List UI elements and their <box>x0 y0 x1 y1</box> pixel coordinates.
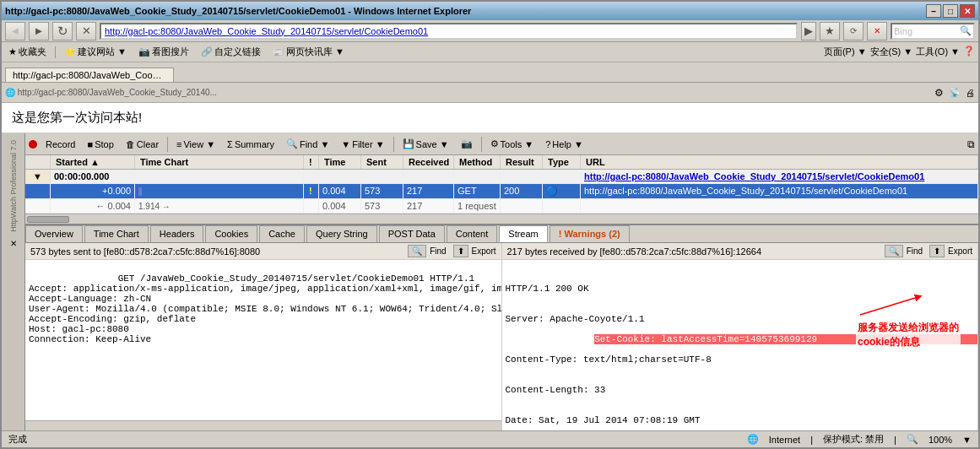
col-header-type[interactable]: Type <box>543 155 581 169</box>
back-button[interactable]: ◄ <box>5 22 25 41</box>
search-box[interactable]: Bing 🔍 <box>891 23 975 40</box>
close-button[interactable]: ✕ <box>960 4 975 18</box>
address-bar[interactable]: http://gacl-pc:8080/JavaWeb_Cookie_Study… <box>100 23 798 40</box>
col-header-result[interactable]: Result <box>501 155 543 169</box>
help-icon[interactable]: ❓ <box>963 46 975 58</box>
annotation-container: 服务器发送给浏览器的cookie的信息 <box>856 294 961 351</box>
stop-button[interactable]: ■ Stop <box>82 138 118 151</box>
request-find-label: Find <box>430 246 446 256</box>
tab-warnings[interactable]: ! Warnings (2) <box>550 225 630 242</box>
zoom-dropdown[interactable]: ▼ <box>962 435 972 445</box>
tab-stream[interactable]: Stream <box>499 225 547 242</box>
ie-page: 这是您第一次访问本站! <box>2 103 978 133</box>
tab-cookies[interactable]: Cookies <box>205 225 257 242</box>
fav-item-2[interactable]: 📷 看图搜片 <box>135 46 192 58</box>
tab-overview[interactable]: Overview <box>25 225 83 242</box>
row-excl-1: ! <box>304 184 319 198</box>
table-row-1[interactable]: +0.000 ! 0.004 573 217 GET 200 🔵 http://… <box>25 184 978 199</box>
table-row-group[interactable]: ▼ 00:00:00.000 http://gacl-pc:8080/JavaW… <box>25 170 978 184</box>
request-find-button[interactable]: 🔍 <box>408 245 426 257</box>
maximize-button[interactable]: □ <box>943 4 958 18</box>
tab-querystring[interactable]: Query String <box>306 225 377 242</box>
security-menu[interactable]: 安全(S) ▼ <box>870 46 913 58</box>
fav-item-4[interactable]: 📰 网页快讯库 ▼ <box>269 46 348 58</box>
find-button[interactable]: 🔍 Find ▼ <box>281 137 334 151</box>
col-header-chart[interactable]: Time Chart <box>135 155 304 169</box>
save-button[interactable]: 💾 Save ▼ <box>398 137 454 151</box>
tools-button[interactable]: ⚙ Tools ▼ <box>485 137 539 151</box>
request-content: GET /JavaWeb_Cookie_Study_20140715/servl… <box>29 273 501 344</box>
forward-button[interactable]: ► <box>29 22 49 41</box>
col-header-received[interactable]: Received <box>403 155 454 169</box>
expand-icon[interactable]: ⧉ <box>967 138 975 150</box>
toolbar-right: ⧉ <box>967 138 975 150</box>
response-find-label: Find <box>907 246 923 256</box>
tab-timechart[interactable]: Time Chart <box>84 225 149 242</box>
row-time-sum: 0.004 <box>319 199 361 213</box>
browser-tab[interactable]: http://gacl-pc:8080/JavaWeb_Cookie_Study… <box>5 68 174 82</box>
request-panel: 573 bytes sent to [fe80::d578:2ca7:c5fc:… <box>25 243 502 430</box>
response-export-label: Export <box>948 246 972 256</box>
row-url-group[interactable]: http://gacl-pc:8080/JavaWeb_Cookie_Study… <box>581 170 978 183</box>
filter-button[interactable]: ▼ Filter ▼ <box>336 138 389 151</box>
stop-btn2[interactable]: ✕ <box>867 22 887 41</box>
response-panel: 217 bytes received by [fe80::d578:2ca7:c… <box>502 243 979 430</box>
fiddler-panel: HttpWatch Professional 7.0 ✕ Record ■ St… <box>2 133 978 430</box>
filter-icon: ▼ <box>341 139 350 149</box>
tools-label: Tools ▼ <box>501 139 534 149</box>
fav-icon-4: 📰 <box>273 46 284 57</box>
help-icon: ? <box>545 139 550 149</box>
tab-cache[interactable]: Cache <box>259 225 305 242</box>
request-scrollbar-h[interactable] <box>25 420 501 430</box>
tab-postdata[interactable]: POST Data <box>379 225 445 242</box>
col-header-url[interactable]: URL <box>581 155 978 169</box>
fiddler-version-label: HttpWatch Professional 7.0 <box>8 137 19 235</box>
col-header-method[interactable]: Method <box>454 155 501 169</box>
go-button[interactable]: ▶ <box>801 22 816 41</box>
tab-content[interactable]: Content <box>447 225 498 242</box>
toolbar-sep-2 <box>393 137 394 152</box>
response-body: HTTP/1.1 200 OK Server: Apache-Coyote/1.… <box>502 260 978 430</box>
rss-icon: 📡 <box>949 87 961 98</box>
favorites-button[interactable]: ★ 收藏夹 <box>5 46 50 58</box>
row-url-sum <box>581 199 978 213</box>
fav-item-3[interactable]: 🔗 自定义链接 <box>198 46 264 58</box>
scrollbar-thumb[interactable] <box>27 216 69 223</box>
refresh-btn2[interactable]: ⟳ <box>843 22 864 41</box>
row-started-1: +0.000 <box>51 184 135 198</box>
fav-item-1[interactable]: ⭐ 建议网站 ▼ <box>61 46 130 58</box>
col-header-excl[interactable]: ! <box>304 155 319 169</box>
tab-headers[interactable]: Headers <box>150 225 204 242</box>
summary-icon: Σ <box>227 139 233 149</box>
find-label: Find ▼ <box>300 139 329 149</box>
col-header-sent[interactable]: Sent <box>361 155 403 169</box>
summary-button[interactable]: Σ Summary <box>222 138 279 151</box>
col-header-time[interactable]: Time <box>319 155 361 169</box>
minimize-button[interactable]: – <box>926 4 941 18</box>
tools-menu[interactable]: 工具(O) ▼ <box>916 46 960 58</box>
row-sent-1: 573 <box>361 184 403 198</box>
help-button[interactable]: ? Help ▼ <box>540 138 588 151</box>
request-export-button[interactable]: ⬆ <box>453 245 468 257</box>
chart-arrow: 1.914 → <box>138 202 171 211</box>
search-icon[interactable]: 🔍 <box>960 25 972 36</box>
table-row-summary: ← 0.004 1.914 → 0.004 573 217 1 request <box>25 199 978 214</box>
col-header-started[interactable]: Started ▲ <box>51 155 135 169</box>
screenshot-button[interactable]: 📷 <box>456 137 478 151</box>
page-text: 这是您第一次访问本站! <box>12 110 142 124</box>
favorites-star[interactable]: ★ <box>820 22 840 41</box>
address-text: http://gacl-pc:8080/JavaWeb_Cookie_Study… <box>105 26 428 36</box>
stop-button[interactable]: ✕ <box>76 22 96 41</box>
col-header-num <box>25 155 51 169</box>
row-expand-icon[interactable]: ▼ <box>25 170 51 183</box>
tab-headers-label: Headers <box>160 229 195 239</box>
response-find-button[interactable]: 🔍 <box>885 245 903 257</box>
table-scrollbar-h[interactable] <box>25 214 978 224</box>
refresh-button[interactable]: ↻ <box>52 22 73 41</box>
response-export-button[interactable]: ⬆ <box>929 245 945 257</box>
clear-button[interactable]: 🗑 Clear <box>121 138 164 151</box>
record-button[interactable]: Record <box>41 138 80 151</box>
page-menu[interactable]: 页面(P) ▼ <box>824 46 867 58</box>
view-button[interactable]: ≡ View ▼ <box>171 138 220 151</box>
close-panel-icon[interactable]: ✕ <box>10 239 17 248</box>
